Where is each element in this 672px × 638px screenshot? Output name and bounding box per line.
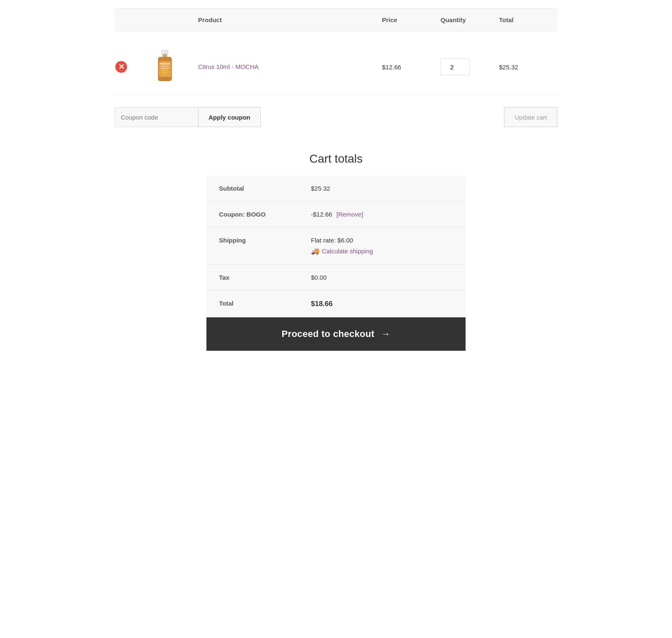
cart-table-header: Product Price Quantity Total: [115, 8, 557, 31]
tax-value: $0.00: [311, 274, 453, 281]
total-value: $18.66: [311, 300, 453, 308]
coupon-input[interactable]: [115, 107, 198, 127]
svg-rect-0: [162, 50, 168, 54]
truck-icon: 🚚: [311, 247, 319, 255]
svg-rect-4: [160, 63, 170, 64]
calculate-shipping-link[interactable]: 🚚 Calculate shipping: [311, 247, 453, 255]
shipping-row: Shipping Flat rate: $6.00 🚚 Calculate sh…: [206, 227, 466, 265]
shipping-value-cell: Flat rate: $6.00 🚚 Calculate shipping: [311, 237, 453, 255]
product-image-cell: [148, 48, 181, 86]
coupon-row-totals: Coupon: BOGO -$12.66 [Remove]: [206, 202, 466, 227]
tax-label: Tax: [219, 274, 311, 281]
coupon-discount-amount: -$12.66: [311, 211, 332, 218]
svg-rect-5: [161, 66, 169, 66]
col-product-header: Product: [198, 16, 382, 23]
calculate-shipping-text: Calculate shipping: [322, 248, 373, 255]
checkout-button-label: Proceed to checkout: [282, 329, 374, 339]
cart-totals-section: Cart totals Subtotal $25.32 Coupon: BOGO…: [115, 152, 557, 351]
total-label: Total: [219, 300, 311, 308]
col-quantity-header: Quantity: [440, 16, 499, 23]
remove-coupon-link[interactable]: [Remove]: [336, 211, 363, 218]
proceed-to-checkout-button[interactable]: Proceed to checkout →: [206, 317, 466, 351]
col-image-header: [148, 16, 198, 23]
remove-icon: ✕: [115, 61, 127, 73]
total-cell: $25.32: [499, 64, 557, 71]
col-total-header: Total: [499, 16, 557, 23]
product-image-svg: [151, 49, 178, 85]
subtotal-value: $25.32: [311, 185, 453, 192]
cart-totals-title: Cart totals: [309, 152, 363, 166]
col-price-header: Price: [382, 16, 440, 23]
apply-coupon-button[interactable]: Apply coupon: [198, 107, 261, 127]
coupon-value-cell: -$12.66 [Remove]: [311, 211, 453, 218]
product-name-cell: Citrus 10ml - MOCHA: [198, 63, 382, 71]
col-remove-header: [115, 16, 148, 23]
subtotal-row: Subtotal $25.32: [206, 176, 466, 202]
coupon-left: Apply coupon: [115, 107, 261, 127]
checkout-btn-wrapper: Proceed to checkout →: [206, 317, 466, 351]
svg-rect-1: [163, 54, 167, 57]
subtotal-label: Subtotal: [219, 185, 311, 192]
total-row: Total $18.66: [206, 291, 466, 317]
price-cell: $12.66: [382, 64, 440, 71]
cart-totals-table: Subtotal $25.32 Coupon: BOGO -$12.66 [Re…: [206, 176, 466, 317]
cart-wrapper: Product Price Quantity Total ✕: [106, 0, 566, 359]
quantity-cell: [440, 59, 499, 75]
coupon-row: Apply coupon Update cart: [115, 103, 557, 140]
shipping-label: Shipping: [219, 237, 311, 255]
product-name-link[interactable]: Citrus 10ml - MOCHA: [198, 63, 259, 70]
quantity-input[interactable]: [440, 59, 470, 75]
flat-rate-text: Flat rate: $6.00: [311, 237, 453, 244]
remove-cell: ✕: [115, 60, 148, 74]
remove-item-button[interactable]: ✕: [115, 60, 128, 74]
checkout-arrow-icon: →: [381, 329, 390, 339]
tax-row: Tax $0.00: [206, 265, 466, 291]
update-cart-button[interactable]: Update cart: [504, 107, 557, 127]
svg-rect-6: [160, 68, 169, 69]
table-row: ✕: [115, 40, 557, 94]
coupon-label: Coupon: BOGO: [219, 211, 311, 218]
